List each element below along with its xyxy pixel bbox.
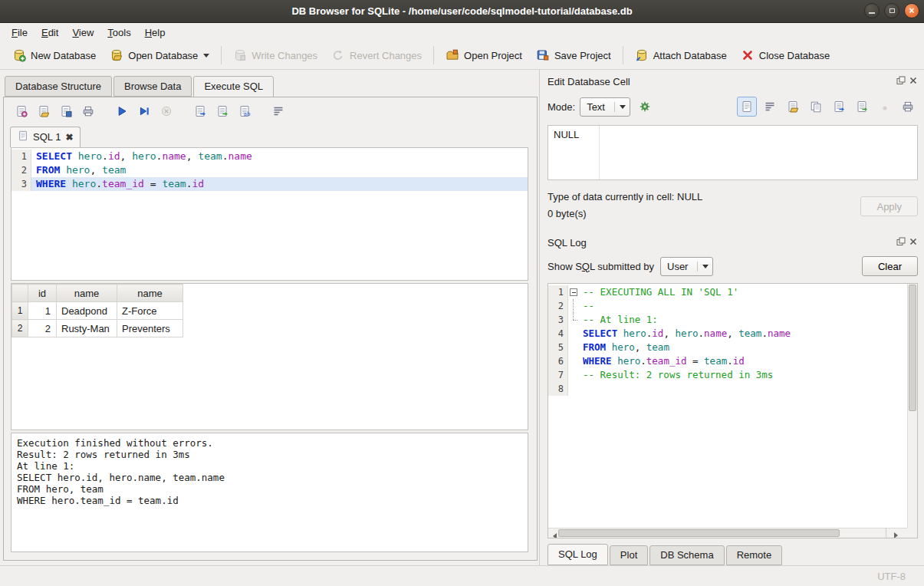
row-header[interactable]: 2: [12, 320, 28, 337]
code-line[interactable]: 1-- EXECUTING ALL IN 'SQL 1': [548, 285, 907, 299]
table-cell[interactable]: 2: [28, 320, 57, 337]
table-cell[interactable]: 1: [28, 302, 57, 320]
apply-button[interactable]: Apply: [860, 196, 918, 216]
scroll-left-icon[interactable]: [548, 527, 558, 538]
main-content: Database StructureBrowse DataExecute SQL…: [0, 70, 924, 565]
sql-tab-label: SQL 1: [33, 131, 61, 143]
word-wrap-button[interactable]: [268, 101, 288, 121]
menu-file[interactable]: File: [5, 25, 35, 40]
code-line[interactable]: 1SELECT hero.id, hero.name, team.name: [12, 150, 528, 163]
code-line[interactable]: 2FROM hero, team: [12, 163, 528, 177]
open-in-tab-button[interactable]: [212, 101, 232, 121]
menu-tools[interactable]: Tools: [100, 25, 137, 40]
execution-message-pane[interactable]: Execution finished without errors. Resul…: [11, 433, 528, 552]
copy-button[interactable]: [806, 97, 826, 117]
column-header-id-0[interactable]: id: [28, 285, 57, 302]
write-changes-button[interactable]: Write Changes: [227, 44, 324, 66]
sql-editor[interactable]: 1SELECT hero.id, hero.name, team.name2FR…: [11, 147, 528, 281]
menu-edit[interactable]: Edit: [35, 25, 65, 40]
code-line[interactable]: 3WHERE hero.team_id = team.id: [12, 177, 528, 191]
null-dot-button[interactable]: [875, 97, 895, 117]
save-project-button[interactable]: Save Project: [530, 44, 617, 66]
code-line[interactable]: 3-- At line 1:: [548, 313, 907, 327]
dock-tab-sql-log[interactable]: SQL Log: [547, 544, 608, 565]
export-green-button[interactable]: [852, 97, 872, 117]
text-doc-button[interactable]: [737, 97, 757, 117]
print2-button[interactable]: [898, 97, 918, 117]
code-line[interactable]: 7-- Result: 2 rows returned in 3ms: [548, 368, 907, 382]
table-cell[interactable]: Preventers: [117, 320, 183, 337]
float-icon[interactable]: [896, 237, 906, 249]
dock-tab-remote[interactable]: Remote: [726, 545, 783, 565]
toolbar-separator: [623, 46, 623, 64]
wrap-lines-button[interactable]: [760, 97, 780, 117]
code-line[interactable]: 6WHERE hero.team_id = team.id: [548, 354, 907, 368]
minimize-button[interactable]: [864, 3, 880, 18]
main-toolbar: New DatabaseOpen DatabaseWrite ChangesRe…: [0, 41, 924, 70]
table-cell[interactable]: Z-Force: [117, 302, 183, 320]
close-dock-icon[interactable]: [909, 237, 918, 249]
tab-execute-sql[interactable]: Execute SQL: [193, 76, 274, 97]
chevron-down-icon[interactable]: [203, 54, 209, 61]
open-doc-button[interactable]: [783, 97, 803, 117]
window-controls: ×: [864, 3, 919, 18]
auto-switch-mode-button[interactable]: [635, 97, 655, 117]
tab-browse-data[interactable]: Browse Data: [113, 76, 192, 97]
close-database-button[interactable]: Close Database: [735, 44, 837, 66]
code-line[interactable]: 5FROM hero, team: [548, 341, 907, 354]
code-line[interactable]: 4SELECT hero.id, hero.name, team.name: [548, 327, 907, 341]
corner-header[interactable]: [12, 285, 28, 302]
menu-help[interactable]: Help: [138, 25, 173, 40]
close-button[interactable]: ×: [904, 3, 919, 18]
column-header-name-1[interactable]: name: [57, 285, 117, 302]
scroll-right-icon[interactable]: [886, 528, 907, 538]
close-dock-icon[interactable]: [909, 76, 918, 87]
print-button[interactable]: [78, 101, 98, 121]
fold-margin: [568, 368, 578, 382]
code-line[interactable]: 2--: [548, 299, 907, 313]
open-sql-button[interactable]: [34, 101, 54, 121]
submitted-by-combo[interactable]: User: [660, 257, 713, 276]
scrollbar-thumb[interactable]: [558, 529, 840, 537]
code-text: -- Result: 2 rows returned in 3ms: [578, 368, 773, 382]
mode-combo[interactable]: Text: [580, 97, 630, 117]
horizontal-scrollbar[interactable]: [548, 528, 907, 538]
save-sql-button[interactable]: [56, 101, 76, 121]
column-header-name-2[interactable]: name: [117, 285, 183, 302]
results-grid: idnamename11DeadpondZ-Force22Rusty-ManPr…: [11, 283, 528, 430]
row-header[interactable]: 1: [12, 302, 28, 320]
execute-all-button[interactable]: [112, 101, 132, 121]
export-sql-button[interactable]: [190, 101, 210, 121]
cell-editor[interactable]: NULL: [547, 125, 918, 180]
dock-tab-db-schema[interactable]: DB Schema: [649, 545, 724, 565]
float-icon[interactable]: [896, 76, 906, 87]
clear-button[interactable]: Clear: [862, 256, 918, 276]
dock-tab-plot[interactable]: Plot: [610, 545, 648, 565]
code-text: SELECT hero.id, hero.name, team.name: [31, 150, 252, 163]
export-blue-button[interactable]: [829, 97, 849, 117]
scrollbar-thumb[interactable]: [909, 285, 916, 411]
table-cell[interactable]: Deadpond: [57, 302, 117, 320]
attach-database-button[interactable]: Attach Database: [629, 44, 733, 66]
open-database-button[interactable]: Open Database: [104, 44, 215, 66]
code-line[interactable]: 8: [548, 382, 907, 396]
new-sql-tab-button[interactable]: [12, 101, 31, 121]
revert-changes-button[interactable]: Revert Changes: [325, 44, 428, 66]
table-cell[interactable]: Rusty-Man: [57, 320, 117, 337]
menu-view[interactable]: View: [65, 25, 100, 40]
chevron-down-icon: [702, 265, 709, 272]
tab-database-structure[interactable]: Database Structure: [5, 76, 112, 97]
execute-current-button[interactable]: [134, 101, 154, 121]
auto-complete-button[interactable]: ab: [235, 101, 255, 121]
sql-log-view[interactable]: 1-- EXECUTING ALL IN 'SQL 1'2--3-- At li…: [547, 283, 918, 538]
fold-collapse-icon[interactable]: [568, 285, 578, 299]
new-database-button[interactable]: New Database: [6, 44, 102, 66]
open-project-button[interactable]: Open Project: [439, 44, 528, 66]
close-tab-icon[interactable]: ✖: [65, 132, 73, 143]
toolbar-button-label: Revert Changes: [350, 50, 422, 61]
sql-tab[interactable]: SQL 1 ✖: [10, 127, 81, 147]
maximize-button[interactable]: [884, 3, 899, 18]
vertical-scrollbar[interactable]: [907, 284, 917, 528]
stop-button[interactable]: [156, 101, 176, 121]
titlebar[interactable]: DB Browser for SQLite - /home/user/code/…: [0, 0, 924, 23]
